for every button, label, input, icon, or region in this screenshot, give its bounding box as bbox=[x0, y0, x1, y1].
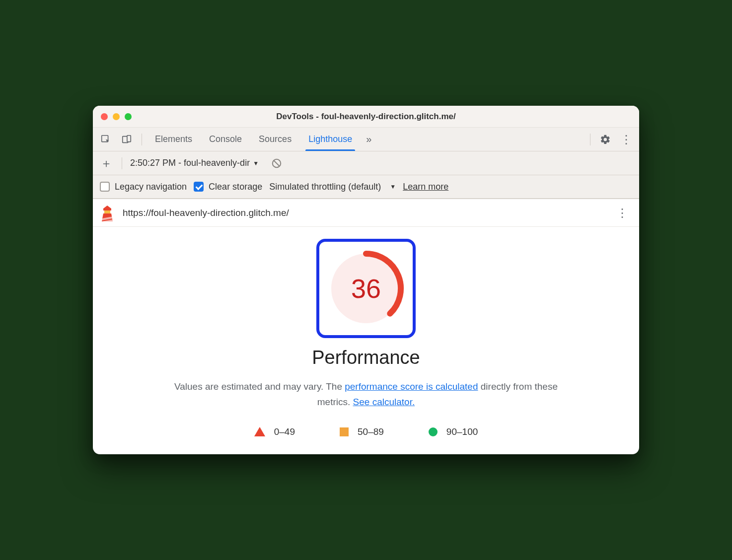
legend-pass: 90–100 bbox=[429, 426, 478, 437]
legend-pass-label: 90–100 bbox=[446, 426, 478, 437]
titlebar: DevTools - foul-heavenly-direction.glitc… bbox=[93, 106, 639, 128]
clear-report-icon[interactable] bbox=[268, 154, 286, 172]
score-calc-link[interactable]: performance score is calculated bbox=[345, 381, 478, 392]
see-calculator-link[interactable]: See calculator. bbox=[353, 397, 415, 407]
traffic-lights bbox=[101, 113, 132, 120]
throttling-label: Simulated throttling (default) bbox=[269, 182, 381, 192]
devtools-tabstrip: Elements Console Sources Lighthouse » ⋮ bbox=[93, 128, 639, 151]
divider bbox=[122, 157, 122, 169]
tab-sources[interactable]: Sources bbox=[252, 128, 298, 151]
tab-lighthouse[interactable]: Lighthouse bbox=[301, 128, 359, 151]
legend-fail: 0–49 bbox=[254, 426, 295, 437]
divider bbox=[142, 134, 142, 145]
checkbox-icon bbox=[100, 182, 110, 192]
legacy-navigation-label: Legacy navigation bbox=[115, 182, 187, 192]
report-selector[interactable]: 2:50:27 PM - foul-heavenly-dir ▼ bbox=[130, 158, 259, 168]
performance-gauge-highlight: 36 bbox=[316, 239, 416, 338]
legend-fail-label: 0–49 bbox=[274, 426, 295, 437]
tab-console[interactable]: Console bbox=[202, 128, 249, 151]
clear-storage-label: Clear storage bbox=[209, 182, 262, 192]
svg-rect-2 bbox=[127, 135, 131, 141]
legacy-navigation-checkbox[interactable]: Legacy navigation bbox=[100, 182, 187, 192]
throttling-select[interactable]: Simulated throttling (default) ▼ bbox=[269, 182, 396, 192]
maximize-window-button[interactable] bbox=[125, 113, 132, 120]
chevron-down-icon: ▼ bbox=[253, 160, 259, 167]
svg-marker-5 bbox=[103, 206, 111, 210]
minimize-window-button[interactable] bbox=[113, 113, 120, 120]
devtools-window: DevTools - foul-heavenly-direction.glitc… bbox=[93, 106, 639, 454]
svg-line-4 bbox=[274, 160, 280, 166]
clear-storage-checkbox[interactable]: Clear storage bbox=[194, 182, 262, 192]
lighthouse-toolbar: ＋ 2:50:27 PM - foul-heavenly-dir ▼ bbox=[93, 151, 639, 175]
device-toolbar-icon[interactable] bbox=[118, 131, 136, 148]
report-url-row: https://foul-heavenly-direction.glitch.m… bbox=[93, 199, 639, 227]
report-menu-icon[interactable]: ⋮ bbox=[612, 206, 632, 220]
report-url: https://foul-heavenly-direction.glitch.m… bbox=[123, 208, 604, 218]
learn-more-link[interactable]: Learn more bbox=[403, 182, 448, 192]
checkbox-checked-icon bbox=[194, 182, 204, 192]
tabs-overflow-button[interactable]: » bbox=[362, 134, 375, 145]
circle-green-icon bbox=[429, 427, 438, 436]
tab-elements[interactable]: Elements bbox=[148, 128, 199, 151]
report-selector-label: 2:50:27 PM - foul-heavenly-dir bbox=[130, 158, 250, 168]
performance-score: 36 bbox=[351, 273, 381, 304]
score-legend: 0–49 50–89 90–100 bbox=[113, 426, 619, 437]
inspect-element-icon[interactable] bbox=[97, 131, 115, 148]
legend-average-label: 50–89 bbox=[358, 426, 384, 437]
new-report-button[interactable]: ＋ bbox=[99, 155, 114, 171]
svg-rect-6 bbox=[104, 210, 110, 213]
window-title: DevTools - foul-heavenly-direction.glitc… bbox=[276, 112, 455, 122]
report-content: 36 Performance Values are estimated and … bbox=[93, 227, 639, 454]
performance-description: Values are estimated and may vary. The p… bbox=[162, 379, 570, 410]
legend-average: 50–89 bbox=[340, 426, 384, 437]
lighthouse-icon bbox=[100, 205, 115, 221]
divider bbox=[590, 134, 590, 145]
performance-title: Performance bbox=[113, 347, 619, 368]
square-orange-icon bbox=[340, 427, 349, 436]
more-options-icon[interactable]: ⋮ bbox=[617, 131, 635, 148]
desc-text-pre: Values are estimated and may vary. The bbox=[174, 381, 345, 392]
lighthouse-options-bar: Legacy navigation Clear storage Simulate… bbox=[93, 175, 639, 199]
gear-icon[interactable] bbox=[596, 131, 614, 148]
triangle-red-icon bbox=[254, 427, 265, 436]
close-window-button[interactable] bbox=[101, 113, 108, 120]
chevron-down-icon: ▼ bbox=[390, 183, 396, 190]
